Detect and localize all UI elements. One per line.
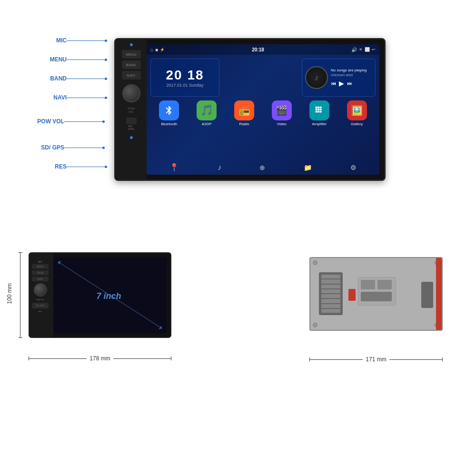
sdgps-line [64,148,102,148]
unit-sd-area: SDGPS [126,116,137,130]
width-dim-label: 178 mm [87,355,113,362]
unit-screen[interactable]: ⌂ ■ ⚡ 20:18 🔊 ✕ ⬜ ↩ 20 18 2017.01.01 Sun… [147,44,379,175]
menu-line [67,60,105,60]
band-dot [105,78,107,80]
front-screen-small: 7 inch [53,257,167,333]
square-icon: ■ [155,47,158,52]
app-a2dp[interactable]: 🎵 A2DP [194,100,220,126]
unit-volume-knob[interactable] [122,84,140,102]
dock-row: 📍 ♪ ⊕ 📁 ⚙ [150,163,376,172]
sdgps-label: SD/ GPS [26,144,109,151]
unit-menu-btn[interactable]: MENU [122,50,141,59]
music-controls: ⏮ ▶ ⏭ [331,79,372,87]
unit-mic-indicator [130,43,133,46]
mini-res: RES [32,310,49,313]
powvol-label: POW VOL [26,118,109,125]
amplifier-icon-bg [309,100,329,120]
mic-dot [105,40,107,42]
radio-icon-bg: 📻 [234,100,254,120]
mic-line [67,40,105,41]
unit-navi-btn[interactable]: NAVI [122,71,141,79]
mini-navi: NAVI [32,277,49,281]
window-icon: ⬜ [365,47,370,52]
bottom-tick [19,337,22,338]
res-label: RES [33,163,109,170]
sdgps-label-text: SD/ GPS [26,144,64,151]
diagonal-container: 7 inch [53,257,167,333]
mini-powvol: POW VOL [32,298,49,301]
navi-dot [105,97,107,99]
nav-icon[interactable]: 📍 [169,163,179,172]
app-gallery[interactable]: 🖼️ Gallery [344,100,370,126]
band-label: BAND [33,75,109,82]
prev-btn[interactable]: ⏮ [331,80,336,86]
a2dp-label: A2DP [202,122,212,126]
files-icon[interactable]: 📁 [304,164,312,171]
rear-width-dimension: 171 mm [309,356,443,363]
connector-right [421,282,433,308]
amplifier-label: Amplifier [312,122,327,126]
unit-left-panel: MENU BAND NAVI POWVOL SDGPS [116,40,147,179]
band-label-text: BAND [33,75,67,82]
unit-sd-label: SDGPS [128,125,134,130]
music-artist: Unknown artist [331,73,372,77]
navi-line [67,98,105,98]
music-icon[interactable]: ♪ [218,163,221,172]
top-section: MIC MENU BAND NAVI POW VOL [24,29,452,200]
unit-res-indicator [130,136,133,139]
sdgps-dot [102,147,105,149]
play-btn[interactable]: ▶ [339,79,344,87]
circuit-area [358,277,396,306]
powvol-line [64,121,102,122]
unit-band-btn[interactable]: BAND [122,60,141,69]
status-time: 20:18 [252,47,264,52]
h-line-2 [113,358,171,359]
unit-sd-slot [126,118,137,124]
mini-band: BAND [32,270,49,275]
apps-row: Bluetooth 🎵 A2DP 📻 Radio 🎬 Video [150,100,376,126]
app-amplifier[interactable]: Amplifier [306,100,332,126]
connector-pins [319,272,343,315]
rear-h-line-1 [310,359,363,360]
vertical-dimension [14,252,26,338]
rear-pcb [310,258,442,330]
a2dp-icon-bg: 🎵 [197,100,217,120]
rear-h-line-2 [389,359,442,360]
screw-bl [313,323,317,327]
mini-sd: SD GPS [32,303,49,308]
connector-left [319,272,343,315]
mini-mic: MIC [32,260,49,263]
video-label: Video [277,122,287,126]
screw-tl [313,260,317,265]
home-icon: ⌂ [150,47,153,52]
rear-view: 171 mm [286,252,462,367]
next-btn[interactable]: ⏭ [347,80,352,86]
mini-knob [34,283,47,297]
powvol-dot [102,120,105,123]
mic-label: MIC [33,37,109,44]
width-dim-row: 178 mm [29,355,171,362]
usb-icon: ⚡ [160,48,165,52]
settings-icon[interactable]: ⚙ [350,164,357,171]
apps-icon[interactable]: ⊕ [259,164,265,171]
powvol-label-text: POW VOL [26,118,64,125]
res-line [67,167,105,167]
mini-menu: MENU [32,264,49,269]
app-radio[interactable]: 📻 Radio [231,100,258,126]
clock-date: 2017.01.01 Sunday [166,83,203,88]
app-video[interactable]: 🎬 Video [268,100,295,126]
clock-widget: 20 18 2017.01.01 Sunday [150,59,219,97]
gallery-label: Gallery [351,122,363,126]
screen-size-label: 7 inch [96,291,121,301]
music-thumbnail: ♪ [305,66,328,89]
res-label-text: RES [33,163,67,170]
video-icon-bg: 🎬 [272,100,292,120]
unit-powvol-label: POWVOL [128,107,134,114]
music-widget: ♪ No songs are playing Unknown artist ⏮ … [302,59,376,97]
menu-label-text: MENU [33,56,67,63]
h-line [29,358,87,359]
rear-unit-body [309,257,443,331]
app-bluetooth[interactable]: Bluetooth [156,100,182,126]
music-title: No songs are playing [331,68,372,72]
mini-buttons: MIC MENU BAND NAVI POW VOL SD GPS RES [32,260,49,313]
